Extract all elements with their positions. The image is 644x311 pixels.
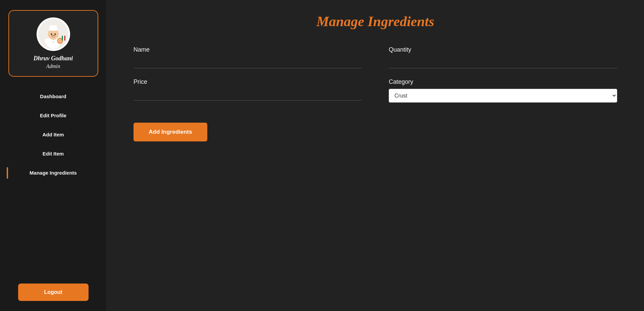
sidebar: Dhruv Godhani Admin Dashboard Edit Profi… [0,0,107,311]
quantity-field-group: Quantity [389,46,617,68]
svg-point-8 [51,34,52,35]
sidebar-item-edit-profile[interactable]: Edit Profile [7,106,100,125]
svg-rect-7 [50,25,57,30]
category-label: Category [389,78,617,85]
sidebar-item-dashboard[interactable]: Dashboard [7,87,100,106]
quantity-input[interactable] [389,57,617,68]
main-content: Manage Ingredients Name Quantity Price C… [107,0,644,311]
quantity-label: Quantity [389,46,617,53]
category-select[interactable]: CrustSauceCheeseToppingVegetableMeat [389,89,617,103]
sidebar-item-edit-item[interactable]: Edit Item [7,144,100,163]
category-field-group: Category CrustSauceCheeseToppingVegetabl… [389,78,617,103]
profile-role: Admin [46,63,60,69]
price-field-group: Price [133,78,362,103]
svg-point-4 [53,42,54,43]
profile-name: Dhruv Godhani [34,55,73,62]
profile-card: Dhruv Godhani Admin [8,10,98,77]
name-label: Name [133,46,362,53]
ingredients-form: Name Quantity Price Category CrustSauceC… [133,46,617,103]
name-field-group: Name [133,46,362,68]
logout-button[interactable]: Logout [18,284,89,301]
price-input[interactable] [133,89,362,101]
nav-menu: Dashboard Edit Profile Add Item Edit Ite… [7,87,100,277]
name-input[interactable] [133,57,362,68]
sidebar-item-add-item[interactable]: Add Item [7,125,100,144]
chef-avatar-icon [38,19,68,49]
svg-rect-12 [62,36,63,41]
avatar [37,17,70,51]
price-label: Price [133,78,362,85]
page-title: Manage Ingredients [133,13,617,29]
sidebar-item-manage-ingredients[interactable]: Manage Ingredients [7,163,100,182]
svg-point-11 [58,39,62,43]
svg-rect-14 [64,36,65,41]
svg-rect-13 [63,36,64,41]
svg-point-9 [54,34,56,35]
add-ingredients-button[interactable]: Add Ingredients [133,123,207,141]
